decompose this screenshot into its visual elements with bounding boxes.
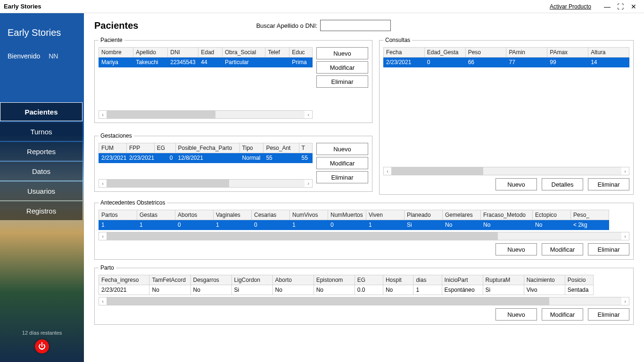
gestaciones-hscroll[interactable]: ‹› bbox=[99, 179, 313, 188]
scroll-left-icon[interactable]: ‹ bbox=[99, 112, 107, 117]
activate-product-link[interactable]: Activar Producto bbox=[550, 3, 591, 10]
nav-reportes[interactable]: Reportes bbox=[0, 142, 83, 161]
power-icon[interactable]: ⏻ bbox=[35, 339, 49, 354]
scroll-right-icon[interactable]: › bbox=[621, 233, 629, 239]
table-header-row: Fecha_ingresoTamFetAcordDesgarrosLigCord… bbox=[99, 275, 594, 285]
parto-table[interactable]: Fecha_ingresoTamFetAcordDesgarrosLigCord… bbox=[99, 275, 594, 295]
parto-hscroll[interactable]: ‹› bbox=[99, 297, 629, 305]
gestaciones-legend: Gestaciones bbox=[99, 132, 134, 139]
table-row[interactable]: 2/23/2021 2/23/2021 0 12/8/2021 Normal 5… bbox=[99, 153, 313, 163]
scroll-left-icon[interactable]: ‹ bbox=[99, 181, 107, 186]
titlebar: Early Stories Activar Producto — ⛶ ✕ bbox=[0, 0, 644, 13]
paciente-modificar-button[interactable]: Modificar bbox=[316, 61, 368, 74]
col-telef[interactable]: Telef bbox=[265, 48, 289, 58]
consultas-nuevo-button[interactable]: Nuevo bbox=[495, 178, 537, 190]
welcome-label: Bienvenido bbox=[8, 52, 40, 60]
consultas-detalles-button[interactable]: Detalles bbox=[542, 178, 583, 190]
gestaciones-eliminar-button[interactable]: Eliminar bbox=[316, 171, 368, 183]
paciente-eliminar-button[interactable]: Eliminar bbox=[316, 75, 368, 88]
antecedentes-legend: Antecedentes Obstetricos bbox=[99, 199, 167, 206]
app-name: Early Stories bbox=[8, 27, 76, 38]
close-button[interactable]: ✕ bbox=[627, 1, 640, 12]
gestaciones-table[interactable]: FUM FPP EG Posible_Fecha_Parto Tipo Peso… bbox=[99, 143, 313, 163]
minimize-button[interactable]: — bbox=[601, 1, 614, 12]
paciente-table[interactable]: Nombre Apellido DNI Edad Obra_Social Tel… bbox=[99, 47, 313, 67]
gestaciones-group: Gestaciones FUM FPP EG Posible_Fecha_Par… bbox=[94, 132, 372, 192]
parto-modificar-button[interactable]: Modificar bbox=[542, 308, 583, 321]
paciente-group: Paciente Nombre Apellido DNI Edad bbox=[94, 37, 372, 123]
table-row[interactable]: Mariya Takeuchi 22345543 44 Particular P… bbox=[99, 58, 313, 67]
table-header-row: Nombre Apellido DNI Edad Obra_Social Tel… bbox=[99, 48, 313, 58]
antecedentes-hscroll[interactable]: ‹› bbox=[99, 232, 629, 240]
col-nombre[interactable]: Nombre bbox=[99, 48, 133, 58]
nav-pacientes[interactable]: Pacientes bbox=[0, 102, 83, 121]
col-dni[interactable]: DNI bbox=[168, 48, 198, 58]
col-educ[interactable]: Educ bbox=[289, 48, 313, 58]
nav-registros[interactable]: Registros bbox=[0, 201, 83, 220]
scroll-right-icon[interactable]: › bbox=[305, 181, 312, 186]
consultas-eliminar-button[interactable]: Eliminar bbox=[588, 178, 629, 190]
antecedentes-group: Antecedentes Obstetricos PartosGestasAbo… bbox=[94, 199, 634, 260]
parto-nuevo-button[interactable]: Nuevo bbox=[495, 308, 537, 321]
paciente-hscroll[interactable]: ‹› bbox=[99, 110, 313, 119]
col-obra-social[interactable]: Obra_Social bbox=[223, 48, 265, 58]
gestaciones-modificar-button[interactable]: Modificar bbox=[316, 157, 368, 169]
paciente-nuevo-button[interactable]: Nuevo bbox=[316, 47, 368, 59]
antecedentes-eliminar-button[interactable]: Eliminar bbox=[588, 243, 629, 255]
parto-legend: Parto bbox=[99, 264, 116, 271]
welcome-user: NN bbox=[49, 52, 58, 60]
nav-datos[interactable]: Datos bbox=[0, 162, 83, 181]
table-row[interactable]: 2/23/2021NoNoSiNoNo0.0No1EspontáneoSiViv… bbox=[99, 285, 594, 295]
col-apellido[interactable]: Apellido bbox=[133, 48, 168, 58]
sidebar: Early Stories Bienvenido NN Pacientes Tu… bbox=[0, 13, 84, 362]
nav-usuarios[interactable]: Usuarios bbox=[0, 181, 83, 200]
table-header-row: FUM FPP EG Posible_Fecha_Parto Tipo Peso… bbox=[99, 143, 313, 153]
scroll-right-icon[interactable]: › bbox=[621, 168, 629, 174]
page-title: Pacientes bbox=[94, 20, 138, 31]
scroll-right-icon[interactable]: › bbox=[621, 298, 629, 304]
paciente-legend: Paciente bbox=[99, 37, 124, 43]
consultas-table[interactable]: Fecha Edad_Gesta Peso PAmin PAmax Altura… bbox=[383, 47, 629, 67]
table-header-row: Fecha Edad_Gesta Peso PAmin PAmax Altura bbox=[384, 48, 629, 58]
scroll-left-icon[interactable]: ‹ bbox=[99, 233, 107, 239]
col-edad[interactable]: Edad bbox=[198, 48, 223, 58]
antecedentes-table[interactable]: PartosGestasAbortosVaginalesCesariasNumV… bbox=[99, 210, 609, 230]
antecedentes-modificar-button[interactable]: Modificar bbox=[542, 243, 583, 255]
scroll-right-icon[interactable]: › bbox=[305, 112, 312, 117]
main-content: Pacientes Buscar Apellido o DNI: Pacient… bbox=[84, 13, 644, 362]
gestaciones-nuevo-button[interactable]: Nuevo bbox=[316, 143, 368, 155]
table-row[interactable]: 11010101SiNoNoNo< 2kg bbox=[99, 220, 609, 230]
scroll-left-icon[interactable]: ‹ bbox=[384, 168, 391, 174]
search-input[interactable] bbox=[320, 20, 391, 31]
antecedentes-nuevo-button[interactable]: Nuevo bbox=[495, 243, 537, 255]
window-title: Early Stories bbox=[4, 3, 41, 10]
nav-turnos[interactable]: Turnos bbox=[0, 122, 83, 141]
table-row[interactable]: 2/23/2021 0 66 77 99 14 bbox=[384, 58, 629, 67]
consultas-group: Consultas Fecha Edad_Gesta Peso PAmin PA… bbox=[379, 37, 634, 195]
table-header-row: PartosGestasAbortosVaginalesCesariasNumV… bbox=[99, 210, 609, 220]
welcome-text: Bienvenido NN bbox=[8, 52, 76, 60]
trial-days: 12 días restantes bbox=[0, 330, 84, 336]
maximize-button[interactable]: ⛶ bbox=[614, 1, 627, 12]
consultas-legend: Consultas bbox=[383, 37, 412, 43]
parto-eliminar-button[interactable]: Eliminar bbox=[588, 308, 629, 321]
parto-group: Parto Fecha_ingresoTamFetAcordDesgarrosL… bbox=[94, 264, 634, 325]
scroll-left-icon[interactable]: ‹ bbox=[99, 298, 107, 304]
search-label: Buscar Apellido o DNI: bbox=[256, 22, 317, 29]
consultas-hscroll[interactable]: ‹› bbox=[383, 167, 629, 175]
